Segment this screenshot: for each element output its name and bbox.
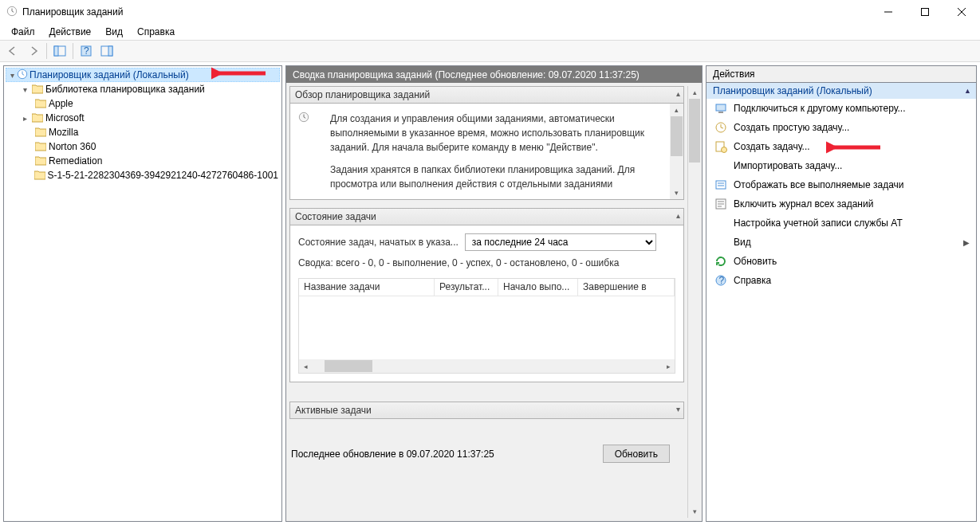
running-tasks-icon [714, 178, 727, 191]
scroll-thumb[interactable] [671, 116, 683, 156]
tree-item-norton[interactable]: Norton 360 [6, 139, 280, 154]
svg-rect-17 [716, 181, 726, 189]
tree-item-label: Remediation [49, 155, 102, 167]
menu-help[interactable]: Справка [131, 25, 181, 39]
center-pane: Сводка планировщика заданий (Последнее о… [285, 65, 703, 522]
submenu-icon: ▶ [963, 238, 970, 247]
import-icon [714, 159, 727, 172]
center-body: Обзор планировщика заданий ▴ Для создани… [285, 83, 703, 522]
action-view[interactable]: Вид ▶ [706, 233, 976, 252]
action-create-task[interactable]: Создать задачу... [706, 137, 976, 156]
scroll-down-icon[interactable]: ▾ [670, 186, 683, 199]
overview-section-header[interactable]: Обзор планировщика заданий ▴ [289, 86, 684, 104]
annotation-arrow-icon [826, 139, 882, 156]
scroll-up-icon[interactable]: ▴ [688, 86, 701, 99]
last-refresh-label: Последнее обновление в 09.07.2020 11:37:… [291, 449, 494, 460]
action-at-account[interactable]: Настройка учетной записи службы AT [706, 214, 976, 233]
folder-icon [34, 126, 47, 139]
window-title: Планировщик заданий [22, 6, 123, 18]
expand-icon: ▾ [676, 405, 680, 413]
action-help[interactable]: ? Справка [706, 271, 976, 290]
actions-group-title[interactable]: Планировщик заданий (Локальный) ▲ [706, 83, 976, 99]
menu-view[interactable]: Вид [99, 25, 129, 39]
action-label: Обновить [734, 256, 777, 267]
library-icon [31, 83, 44, 96]
overview-section-body: Для создания и управления общими задания… [289, 104, 684, 200]
forward-button[interactable] [24, 42, 43, 60]
action-label: Отображать все выполняемые задачи [734, 179, 904, 190]
collapse-icon[interactable]: ▾ [7, 71, 17, 80]
status-title: Состояние задачи [295, 211, 376, 222]
scroll-down-icon[interactable]: ▾ [688, 505, 701, 518]
tree-item-label: Apple [49, 98, 73, 109]
tree-item-microsoft[interactable]: ▸Microsoft [6, 111, 280, 125]
status-section-header[interactable]: Состояние задачи ▴ [289, 208, 684, 225]
refresh-button[interactable]: Обновить [603, 445, 670, 463]
tree-item-label: Microsoft [45, 112, 85, 123]
action-label: Включить журнал всех заданий [734, 198, 873, 210]
new-task-icon [714, 140, 727, 153]
scroll-thumb[interactable] [325, 360, 372, 372]
scroll-left-icon[interactable]: ◂ [299, 362, 312, 370]
menubar: Файл Действие Вид Справка [0, 24, 980, 40]
action-create-basic-task[interactable]: Создать простую задачу... [706, 118, 976, 137]
maximize-button[interactable] [907, 0, 943, 24]
window-controls [870, 0, 980, 24]
actions-body: Планировщик заданий (Локальный) ▲ Подклю… [706, 83, 977, 522]
tree-root-label: Планировщик заданий (Локальный) [30, 69, 189, 80]
collapse-icon[interactable]: ▾ [20, 85, 30, 94]
close-button[interactable] [943, 0, 980, 24]
show-hide-tree-button[interactable] [50, 42, 69, 60]
actions-pane: Действия Планировщик заданий (Локальный)… [706, 65, 977, 522]
minimize-button[interactable] [870, 0, 907, 24]
scroll-thumb[interactable] [689, 99, 700, 163]
scroll-right-icon[interactable]: ▸ [662, 362, 675, 370]
action-enable-history[interactable]: Включить журнал всех заданий [706, 194, 976, 214]
tree-item-label: Mozilla [49, 127, 78, 138]
titlebar: Планировщик заданий [0, 0, 980, 24]
tree-library[interactable]: ▾ Библиотека планировщика заданий [6, 82, 280, 96]
folder-icon [34, 155, 47, 167]
horizontal-scrollbar[interactable]: ◂ ▸ [299, 359, 675, 373]
col-end[interactable]: Завершение в [578, 279, 675, 296]
view-icon [714, 236, 727, 249]
task-status-table[interactable]: Название задачи Результат... Начало выпо… [298, 278, 675, 374]
tree-item-remediation[interactable]: Remediation [6, 154, 280, 168]
console-tree[interactable]: ▾ Планировщик заданий (Локальный) ▾ Библ… [4, 66, 281, 184]
menu-action[interactable]: Действие [43, 25, 98, 39]
action-import-task[interactable]: Импортировать задачу... [706, 156, 976, 175]
collapse-icon: ▴ [676, 89, 680, 98]
expand-icon[interactable]: ▸ [20, 114, 30, 123]
back-button[interactable] [3, 42, 22, 60]
scrollbar[interactable]: ▴ ▾ [670, 104, 683, 199]
center-header: Сводка планировщика заданий (Последнее о… [285, 65, 703, 83]
svg-rect-7 [108, 46, 112, 56]
action-label: Создать задачу... [734, 141, 810, 152]
svg-rect-1 [922, 9, 929, 16]
action-connect[interactable]: Подключиться к другому компьютеру... [706, 99, 976, 118]
menu-file[interactable]: Файл [5, 25, 41, 39]
show-hide-action-pane-button[interactable] [97, 42, 116, 60]
refresh-icon [714, 255, 727, 268]
tree-item-sid[interactable]: S-1-5-21-2282304369-3942921240-427276048… [6, 168, 280, 182]
collapse-icon: ▴ [676, 211, 680, 220]
actions-header: Действия [706, 65, 977, 83]
svg-rect-3 [54, 46, 58, 56]
status-section-body: Состояние задач, начатых в указа... за п… [289, 225, 684, 382]
action-label: Импортировать задачу... [734, 160, 842, 171]
status-period-select[interactable]: за последние 24 часа [465, 233, 656, 251]
action-show-running[interactable]: Отображать все выполняемые задачи [706, 175, 976, 194]
action-refresh[interactable]: Обновить [706, 252, 976, 271]
center-scrollbar[interactable]: ▴ ▾ [687, 86, 701, 518]
col-start[interactable]: Начало выпо... [498, 279, 578, 296]
svg-rect-12 [718, 112, 723, 113]
col-result[interactable]: Результат... [435, 279, 498, 296]
scroll-up-icon[interactable]: ▴ [670, 104, 683, 116]
tree-item-label: Norton 360 [49, 141, 96, 152]
annotation-arrow-icon [211, 65, 267, 82]
col-task-name[interactable]: Название задачи [299, 279, 435, 296]
tree-item-mozilla[interactable]: Mozilla [6, 125, 280, 139]
help-button[interactable]: ? [77, 42, 96, 60]
tree-item-apple[interactable]: Apple [6, 96, 280, 111]
active-tasks-section-header[interactable]: Активные задачи ▾ [289, 402, 684, 419]
